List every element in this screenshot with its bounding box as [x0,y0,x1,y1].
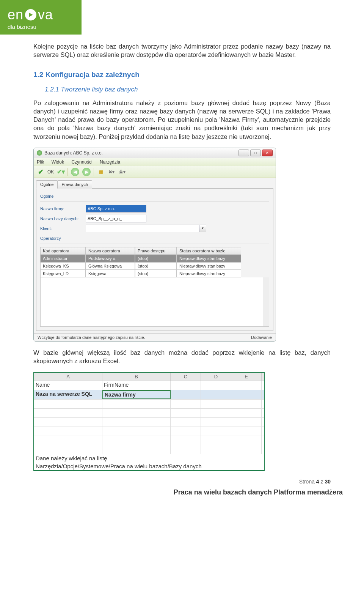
form-area: Ogólne Prawa danych Ogólne Nazwa firmy: … [34,178,276,333]
group-operatorzy-label: Operatorzy [40,236,269,241]
excel-row[interactable]: Naza na serwerze SQL Nazwa firmy [34,390,264,400]
menu-narzedzia[interactable]: Narzędzia [100,159,120,165]
statusbar: Wczytuje do formularza dane następnego z… [34,333,276,341]
minimize-button[interactable]: — [238,150,249,156]
client-dropdown[interactable] [86,225,199,232]
excel-col-C[interactable]: C [171,373,201,381]
excel-col-E[interactable]: E [231,373,262,381]
grid-col-status[interactable]: Status operatora w bazie [177,247,241,255]
firm-input[interactable] [86,205,146,213]
paragraph-body: Po zalogowaniu na Administratora należy … [33,99,331,141]
toolbar-separator [67,168,68,176]
play-icon [25,9,36,20]
titlebar: Baza danych: ABC Sp. z o.o. — □ ✕ [34,148,276,158]
divider [40,202,269,202]
excel-row[interactable]: Name FirmName [34,381,264,390]
toolbar-separator [94,168,94,176]
page-footer: Strona 4 z 30 [0,475,364,488]
toolbar: ✔ OK ✔▾ ◀ ▶ ▦ ✖▾ 🖶▾ [34,166,276,178]
grid-row[interactable]: Księgowa_LD Księgowa (stop) Nieprawidłow… [40,270,269,277]
grid-row[interactable]: Administrator Podstawowy o... (stop) Nie… [40,255,269,262]
grid-empty-area [40,277,269,327]
page-current: 4 [316,479,319,485]
app-window: Baza danych: ABC Sp. z o.o. — □ ✕ Plik W… [33,148,276,342]
ok-check-icon: ✔ [37,168,44,176]
excel-col-D[interactable]: D [201,373,231,381]
grid-col-kod[interactable]: Kod operatora [40,247,86,255]
grid-row[interactable]: Księgowa_KS Główna Księgowa (stop) Niepr… [40,262,269,270]
db-input[interactable] [86,215,146,222]
subsection-heading: 1.2.1 Tworzenie listy baz danych [33,86,331,93]
logo-tagline: dla biznesu [8,24,74,30]
status-message: Wczytuje do formularza dane następnego z… [38,335,145,340]
grid-icon[interactable]: ▦ [97,168,105,176]
page-sep: z [321,479,323,485]
client-label: Klient: [40,226,86,231]
section-heading: 1.2 Konfiguracja baz zależnych [33,71,331,79]
grid-col-prawo[interactable]: Prawo dostępu [135,247,177,255]
maximize-button[interactable]: □ [250,150,261,156]
excel-row-empty[interactable] [34,436,264,445]
window-title: Baza danych: ABC Sp. z o.o. [44,150,238,156]
close-button[interactable]: ✕ [262,150,273,156]
firm-label: Nazwa firmy: [40,206,86,211]
logo-text-left: en [8,7,24,23]
print-icon[interactable]: 🖶▾ [118,168,126,176]
page-label: Strona [299,479,315,485]
excel-footer-line1: Dane należy wklejać na listę [34,454,264,462]
tab-prawa-danych[interactable]: Prawa danych [57,180,92,189]
forward-button[interactable]: ▶ [82,168,91,176]
excel-table: A B C D E Name FirmName Naza na serwerze… [33,372,265,471]
doc-title-footer: Praca na wielu bazach danych Platforma m… [0,488,364,504]
logo: en va [8,7,74,23]
tab-ogolne[interactable]: Ogólne [36,180,58,189]
chevron-down-icon[interactable]: ▼ [199,225,206,232]
divider [40,244,269,244]
apply-check-icon[interactable]: ✔▾ [57,168,64,176]
excel-row-empty[interactable] [34,409,264,418]
form-body: Ogólne Nazwa firmy: Nazwa bazy danych: K… [36,188,273,331]
tools-icon[interactable]: ✖▾ [108,168,115,176]
grid-header: Kod operatora Nazwa operatora Prawo dost… [40,247,269,255]
scrollbar-track[interactable] [263,277,269,326]
back-button[interactable]: ◀ [71,168,79,176]
grid-col-nazwa[interactable]: Nazwa operatora [86,247,135,255]
excel-footer-line2: Narzędzia/Opcje/Systemowe/Praca na wielu… [34,462,264,470]
excel-header: A B C D E [34,373,264,381]
excel-col-A[interactable]: A [34,373,102,381]
logo-text-right: va [38,7,53,23]
status-mode: Dodawanie [251,335,272,340]
menu-plik[interactable]: Plik [37,159,44,165]
excel-row-empty[interactable] [34,445,264,454]
db-label: Nazwa bazy danych: [40,216,86,221]
document-body: Kolejne pozycje na liście baz danych two… [0,35,364,475]
menu-czynnosci[interactable]: Czynności [71,159,92,165]
paragraph-intro: Kolejne pozycje na liście baz danych two… [33,42,331,59]
tab-strip: Ogólne Prawa danych [36,180,273,189]
excel-row-empty[interactable] [34,400,264,409]
brand-header: en va dla biznesu [0,0,82,35]
excel-col-B[interactable]: B [102,373,171,381]
operators-grid: Kod operatora Nazwa operatora Prawo dost… [40,247,269,327]
excel-row-empty[interactable] [34,418,264,427]
group-ogolne-label: Ogólne [40,194,269,198]
menu-widok[interactable]: Widok [52,159,64,165]
globe-icon [37,150,42,156]
paragraph-excel: W bazie głównej większą ilość baz danych… [33,348,331,365]
ok-button-label[interactable]: OK [47,169,54,175]
page-total: 30 [325,479,331,485]
menubar: Plik Widok Czynności Narzędzia [34,158,276,166]
excel-row-empty[interactable] [34,427,264,436]
